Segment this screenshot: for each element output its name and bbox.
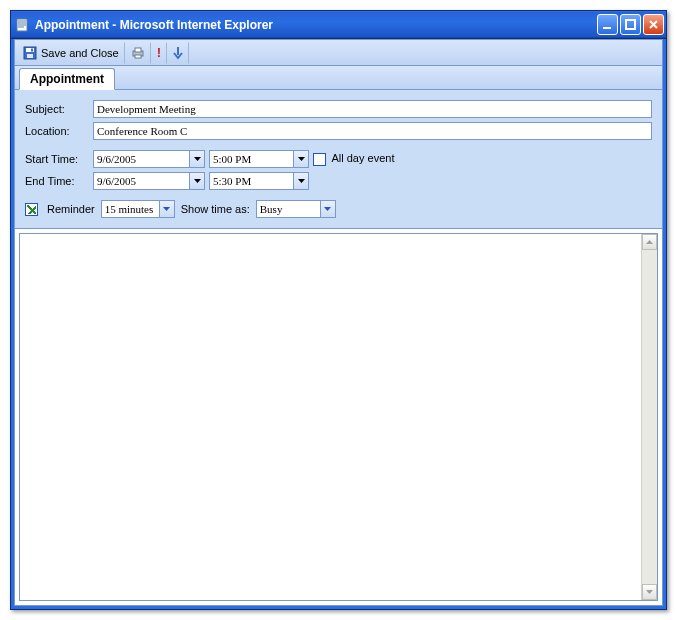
reminder-value: 15 minutes xyxy=(105,203,154,215)
save-and-close-button[interactable]: Save and Close xyxy=(17,42,125,64)
start-time-value: 5:00 PM xyxy=(213,153,251,165)
print-icon xyxy=(131,46,145,60)
dropdown-icon[interactable] xyxy=(189,173,204,189)
importance-high-button[interactable]: ! xyxy=(151,42,167,64)
show-time-as-select[interactable]: Busy xyxy=(256,200,336,218)
end-date-value: 9/6/2005 xyxy=(97,175,136,187)
tab-label: Appointment xyxy=(30,72,104,86)
dropdown-icon[interactable] xyxy=(293,173,308,189)
dropdown-icon[interactable] xyxy=(320,201,335,217)
maximize-button[interactable] xyxy=(620,14,641,35)
end-time-value: 5:30 PM xyxy=(213,175,251,187)
subject-input[interactable] xyxy=(93,100,652,118)
start-time-label: Start Time: xyxy=(23,148,91,170)
print-button[interactable] xyxy=(125,42,151,64)
svg-rect-5 xyxy=(27,54,33,58)
exclamation-icon: ! xyxy=(157,46,161,59)
titlebar: Appointment - Microsoft Internet Explore… xyxy=(11,11,666,39)
all-day-checkbox[interactable] xyxy=(313,153,326,166)
save-and-close-label: Save and Close xyxy=(41,47,119,59)
window: Appointment - Microsoft Internet Explore… xyxy=(10,10,667,610)
reminder-select[interactable]: 15 minutes xyxy=(101,200,175,218)
scroll-track[interactable] xyxy=(642,250,657,584)
svg-rect-1 xyxy=(603,27,611,29)
end-time-input[interactable]: 5:30 PM xyxy=(209,172,309,190)
svg-rect-9 xyxy=(135,55,141,58)
scroll-down-button[interactable] xyxy=(642,584,657,600)
arrow-down-icon xyxy=(173,46,183,60)
location-input[interactable] xyxy=(93,122,652,140)
start-date-value: 9/6/2005 xyxy=(97,153,136,165)
close-button[interactable] xyxy=(643,14,664,35)
dropdown-icon[interactable] xyxy=(159,201,174,217)
start-date-input[interactable]: 9/6/2005 xyxy=(93,150,205,168)
minimize-button[interactable] xyxy=(597,14,618,35)
svg-rect-8 xyxy=(135,48,141,52)
tabstrip: Appointment xyxy=(15,66,662,90)
end-date-input[interactable]: 9/6/2005 xyxy=(93,172,205,190)
window-title: Appointment - Microsoft Internet Explore… xyxy=(35,18,597,32)
scroll-up-button[interactable] xyxy=(642,234,657,250)
end-time-label: End Time: xyxy=(23,170,91,192)
reminder-label: Reminder xyxy=(47,203,95,215)
save-icon xyxy=(23,46,37,60)
start-time-input[interactable]: 5:00 PM xyxy=(209,150,309,168)
location-label: Location: xyxy=(23,120,91,142)
tab-appointment[interactable]: Appointment xyxy=(19,68,115,90)
ie-page-icon xyxy=(15,17,31,33)
notes-textarea[interactable] xyxy=(19,233,658,601)
dropdown-icon[interactable] xyxy=(189,151,204,167)
form-area: Subject: Location: Start Time: 9/6/2005 xyxy=(15,90,662,229)
reminder-checkbox[interactable] xyxy=(25,203,38,216)
dropdown-icon[interactable] xyxy=(293,151,308,167)
show-time-as-value: Busy xyxy=(260,203,283,215)
toolbar: Save and Close ! xyxy=(15,40,662,66)
svg-rect-2 xyxy=(626,20,635,29)
scrollbar[interactable] xyxy=(641,234,657,600)
subject-label: Subject: xyxy=(23,98,91,120)
all-day-label: All day event xyxy=(331,152,394,164)
show-time-as-label: Show time as: xyxy=(181,203,250,215)
importance-low-button[interactable] xyxy=(167,42,189,64)
svg-rect-6 xyxy=(31,48,33,51)
